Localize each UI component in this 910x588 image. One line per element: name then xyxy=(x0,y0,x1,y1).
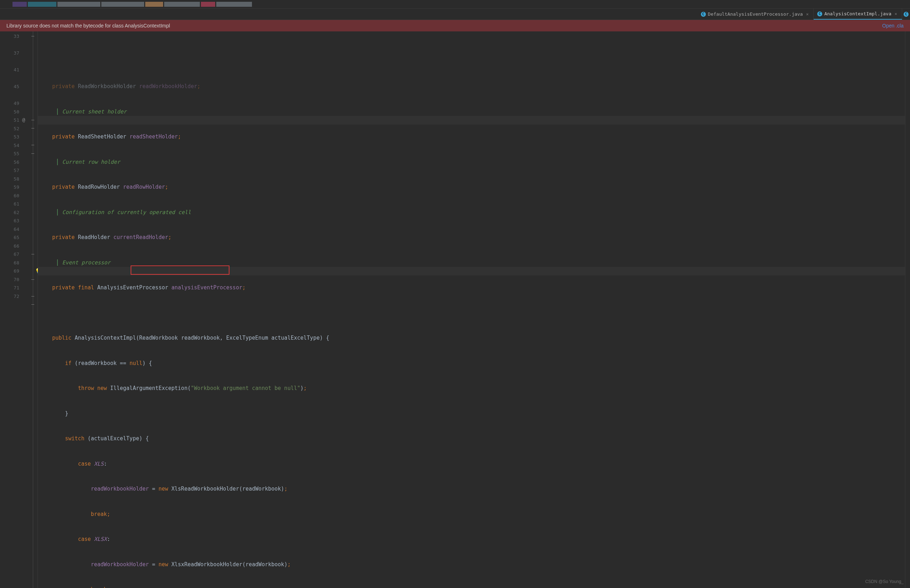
line-number: 52 xyxy=(6,124,21,133)
current-line-highlight-69 xyxy=(38,267,905,275)
java-class-icon: C xyxy=(701,12,706,17)
code-line: private final AnalysisEventProcessor ana… xyxy=(38,284,905,292)
line-number: 54 xyxy=(6,141,21,150)
right-rail[interactable] xyxy=(905,31,910,588)
line-number xyxy=(6,41,21,49)
code-line: if (readWorkbook == null) { xyxy=(38,359,905,368)
code-area[interactable]: private ReadWorkbookHolder readWorkbookH… xyxy=(38,31,905,588)
warning-text: Library source does not match the byteco… xyxy=(6,23,170,29)
left-strip xyxy=(0,31,6,588)
toolbar-color-blocks xyxy=(0,2,252,7)
line-number: 57 xyxy=(6,166,21,175)
line-number: 45 xyxy=(6,82,21,91)
line-number: 70 xyxy=(6,275,21,284)
block xyxy=(164,2,200,7)
code-line: case XLSX: xyxy=(38,535,905,544)
top-toolbar xyxy=(0,0,910,8)
line-number xyxy=(6,57,21,66)
app-root: C DefaultAnalysisEventProcessor.java × C… xyxy=(0,0,910,588)
tab-default-analysis[interactable]: C DefaultAnalysisEventProcessor.java × xyxy=(697,8,814,19)
tab-spacer xyxy=(0,8,697,19)
line-number: 41 xyxy=(6,66,21,74)
code-comment: Event processor xyxy=(38,258,905,267)
tab-label: AnalysisContextImpl.java xyxy=(824,11,891,16)
code-comment: Current sheet holder xyxy=(38,108,905,116)
current-line-highlight-51 xyxy=(38,116,905,124)
line-number: 61 xyxy=(6,200,21,208)
line-number: 51 xyxy=(6,116,21,124)
gutter-icons: @ 💡 xyxy=(21,31,38,588)
line-number: 68 xyxy=(6,258,21,267)
code-line: throw new IllegalArgumentException("Work… xyxy=(38,384,905,393)
tab-label: DefaultAnalysisEventProcessor.java xyxy=(708,11,803,17)
fold-marker[interactable] xyxy=(31,36,34,36)
code-line: readWorkbookHolder = new XlsReadWorkbook… xyxy=(38,485,905,493)
watermark: CSDN @So Young_ xyxy=(865,578,904,586)
editor-tab-bar: C DefaultAnalysisEventProcessor.java × C… xyxy=(0,8,910,20)
code-line: private ReadHolder currentReadHolder; xyxy=(38,233,905,242)
fold-marker[interactable] xyxy=(31,304,34,305)
close-icon[interactable]: × xyxy=(805,12,810,17)
line-number: 56 xyxy=(6,158,21,166)
java-class-icon: C xyxy=(817,11,822,16)
line-number xyxy=(6,74,21,83)
fold-marker[interactable] xyxy=(31,254,34,254)
code-comment: Current row holder xyxy=(38,158,905,166)
block xyxy=(13,2,27,7)
annotation-at-icon[interactable]: @ xyxy=(22,116,25,124)
line-number: 53 xyxy=(6,133,21,141)
code-line: case XLS: xyxy=(38,460,905,468)
tab-overflow[interactable]: C xyxy=(902,8,910,19)
fold-marker[interactable] xyxy=(31,128,34,128)
fold-marker[interactable] xyxy=(31,279,34,280)
line-number xyxy=(6,300,21,309)
close-icon[interactable]: × xyxy=(894,11,898,16)
line-number: 67 xyxy=(6,250,21,258)
block xyxy=(216,2,252,7)
open-class-link[interactable]: Open .cla xyxy=(882,23,904,29)
fold-marker[interactable] xyxy=(31,153,34,154)
warning-banner: Library source does not match the byteco… xyxy=(0,20,910,31)
line-number: 49 xyxy=(6,99,21,108)
line-number: 59 xyxy=(6,183,21,192)
code-line: readWorkbookHolder = new XlsxReadWorkboo… xyxy=(38,561,905,569)
block xyxy=(145,2,163,7)
fold-marker[interactable] xyxy=(31,296,34,297)
line-number: 37 xyxy=(6,49,21,57)
fold-marker[interactable] xyxy=(31,120,34,120)
block xyxy=(28,2,57,7)
line-number: 65 xyxy=(6,233,21,242)
line-number: 60 xyxy=(6,192,21,200)
line-number: 72 xyxy=(6,292,21,301)
block xyxy=(57,2,100,7)
code-line: break; xyxy=(38,510,905,519)
block xyxy=(201,2,215,7)
tab-analysis-context[interactable]: C AnalysisContextImpl.java × xyxy=(814,8,902,19)
editor-area: 33 37 41 45 49 50 51 52 53 54 55 56 57 5… xyxy=(0,31,910,588)
line-number: 55 xyxy=(6,150,21,158)
line-number: 64 xyxy=(6,225,21,234)
fold-line xyxy=(33,31,33,588)
code-line: break; xyxy=(38,585,905,588)
code-line: switch (actualExcelType) { xyxy=(38,435,905,443)
code-line: private ReadSheetHolder readSheetHolder; xyxy=(38,133,905,141)
line-number: 58 xyxy=(6,175,21,183)
code-line: } xyxy=(38,410,905,418)
line-number: 33 xyxy=(6,32,21,41)
line-number xyxy=(6,91,21,100)
line-number: 69 xyxy=(6,267,21,275)
code-line: public AnalysisContextImpl(ReadWorkbook … xyxy=(38,334,905,342)
line-number: 63 xyxy=(6,216,21,225)
line-number: 50 xyxy=(6,108,21,116)
java-class-icon: C xyxy=(904,12,908,17)
line-number: 62 xyxy=(6,208,21,217)
line-number: 66 xyxy=(6,242,21,250)
line-number-gutter: 33 37 41 45 49 50 51 52 53 54 55 56 57 5… xyxy=(6,31,21,588)
code-line: private ReadRowHolder readRowHolder; xyxy=(38,183,905,192)
fold-marker[interactable] xyxy=(31,145,34,145)
code-comment: Configuration of currently operated cell xyxy=(38,208,905,217)
block xyxy=(101,2,144,7)
line-number: 71 xyxy=(6,284,21,292)
code-line: private ReadWorkbookHolder readWorkbookH… xyxy=(38,82,905,91)
code-line xyxy=(38,309,905,318)
